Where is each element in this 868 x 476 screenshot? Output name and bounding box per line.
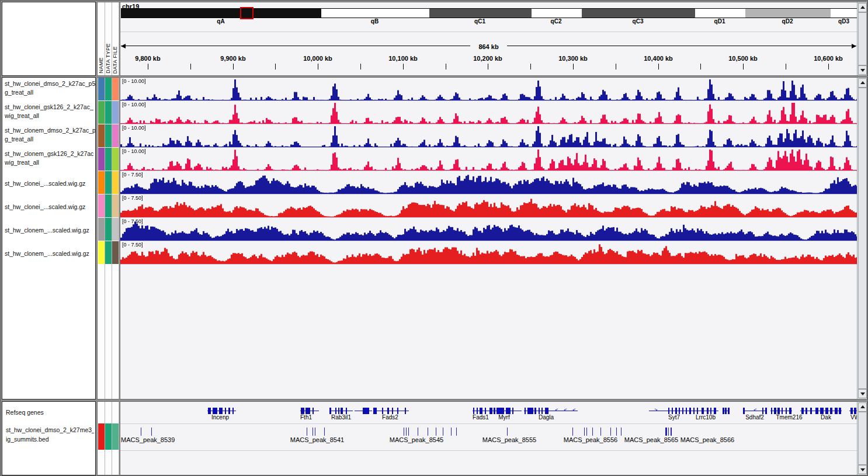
peak-tick[interactable]: [408, 428, 409, 436]
peak-tick[interactable]: [616, 428, 617, 436]
scroll-down-button[interactable]: [858, 65, 867, 75]
peak-tick[interactable]: [404, 428, 404, 436]
gene-exon[interactable]: [850, 408, 853, 414]
gene-exon[interactable]: [341, 408, 343, 414]
gene-exon[interactable]: [387, 408, 389, 414]
gene-exon[interactable]: [693, 408, 695, 414]
ideogram-band[interactable]: [745, 9, 831, 18]
attribute-swatch[interactable]: [112, 78, 119, 100]
vertical-scrollbar[interactable]: [857, 402, 867, 475]
gene-exon[interactable]: [477, 408, 478, 414]
peak-tick[interactable]: [507, 428, 508, 436]
gene-exon[interactable]: [728, 408, 730, 414]
signal-canvas[interactable]: [120, 148, 857, 171]
ideogram-band[interactable]: [532, 9, 582, 18]
peak-tick[interactable]: [600, 428, 601, 436]
gene-exon[interactable]: [363, 408, 369, 414]
attribute-swatch[interactable]: [112, 423, 119, 450]
signal-canvas[interactable]: [120, 242, 857, 264]
gene-exon[interactable]: [835, 408, 838, 414]
ideogram-band[interactable]: [429, 9, 532, 18]
gene-exon[interactable]: [710, 408, 711, 414]
signal-canvas[interactable]: [120, 125, 857, 147]
peak-tick[interactable]: [443, 428, 443, 436]
attribute-swatch[interactable]: [98, 124, 105, 147]
chromosome-ideogram[interactable]: [121, 8, 857, 18]
gene-exon[interactable]: [506, 408, 511, 414]
attribute-swatch[interactable]: [98, 241, 105, 264]
gene-exon[interactable]: [810, 408, 812, 414]
gene-exon[interactable]: [346, 408, 347, 414]
track-name[interactable]: st_hw_clonem_...scaled.wig.gz: [2, 241, 95, 265]
attribute-swatch[interactable]: [98, 423, 105, 450]
gene-exon[interactable]: [765, 408, 767, 414]
gene-exon[interactable]: [786, 408, 787, 414]
attribute-swatch[interactable]: [98, 78, 105, 100]
gene-exon[interactable]: [485, 408, 486, 414]
gene-exon[interactable]: [830, 408, 832, 414]
gene-exon[interactable]: [777, 408, 780, 414]
scrollbar-thumb[interactable]: [858, 412, 867, 465]
gene-exon[interactable]: [782, 408, 783, 414]
attribute-swatch[interactable]: [98, 148, 105, 171]
ideogram-band[interactable]: [321, 9, 429, 18]
peak-tick[interactable]: [451, 428, 452, 436]
gene-exon[interactable]: [815, 408, 818, 414]
ideogram-band[interactable]: [582, 9, 695, 18]
signal-canvas[interactable]: [120, 195, 857, 217]
gene-exon[interactable]: [397, 408, 398, 414]
vertical-scrollbar[interactable]: [857, 78, 867, 399]
gene-exon[interactable]: [679, 408, 680, 414]
gene-exon[interactable]: [382, 408, 383, 414]
gene-exon[interactable]: [534, 408, 536, 414]
view-region-box[interactable]: [240, 7, 254, 19]
gene-exon[interactable]: [743, 408, 745, 414]
attribute-swatch[interactable]: [105, 423, 112, 450]
attribute-swatch[interactable]: [105, 101, 112, 124]
attribute-swatch[interactable]: [112, 194, 119, 217]
peak-tick[interactable]: [572, 428, 573, 436]
ideogram-band[interactable]: [695, 9, 745, 18]
gene-exon[interactable]: [329, 408, 331, 414]
gene-exon[interactable]: [373, 408, 377, 414]
track-name[interactable]: st_hw_clonei_...scaled.wig.gz: [2, 171, 95, 194]
attribute-swatch[interactable]: [105, 148, 112, 171]
gene-body[interactable]: [373, 411, 409, 411]
gene-exon[interactable]: [725, 408, 727, 414]
track-name[interactable]: st_hw_clonem_dmso_2_k27ac_pg_treat_all: [2, 124, 95, 148]
scroll-down-button[interactable]: [858, 389, 867, 398]
gene-exon[interactable]: [805, 408, 807, 414]
attribute-swatch[interactable]: [112, 101, 119, 124]
peak-tick[interactable]: [406, 428, 407, 436]
peak-tick[interactable]: [610, 428, 611, 436]
attribute-swatch[interactable]: [112, 171, 119, 194]
track-name[interactable]: st_hw_clonei_...scaled.wig.gz: [2, 194, 95, 218]
gene-exon[interactable]: [707, 408, 709, 414]
track-name[interactable]: st_hw_clonem_...scaled.wig.gz: [2, 218, 95, 241]
gene-exon[interactable]: [545, 408, 548, 414]
gene-exon[interactable]: [854, 408, 856, 414]
gene-exon[interactable]: [494, 408, 495, 414]
attribute-swatch[interactable]: [98, 171, 105, 194]
macs-peaks-track[interactable]: MACS_peak_8539MACS_peak_8541MACS_peak_85…: [120, 424, 857, 451]
signal-canvas[interactable]: [120, 102, 857, 124]
peak-tick[interactable]: [428, 428, 428, 436]
attribute-swatch[interactable]: [105, 78, 112, 100]
gene-exon[interactable]: [497, 408, 504, 414]
scrollbar-thumb[interactable]: [858, 88, 867, 389]
gene-exon[interactable]: [675, 408, 677, 414]
ideogram-band[interactable]: [121, 9, 321, 18]
attribute-swatch[interactable]: [105, 218, 112, 241]
vertical-scrollbar[interactable]: [857, 2, 867, 75]
gene-exon[interactable]: [714, 408, 716, 414]
track-name[interactable]: st_hw_clonei_gsk126_2_k27ac_wig_treat_al…: [2, 101, 95, 124]
ideogram-band[interactable]: [831, 9, 858, 18]
gene-exon[interactable]: [539, 408, 540, 414]
gene-exon[interactable]: [839, 408, 841, 414]
attribute-swatch[interactable]: [112, 124, 119, 147]
gene-exon[interactable]: [686, 408, 687, 414]
track-name[interactable]: st_hw_clonei_dmso_2_k27ac_p5g_treat_all: [2, 78, 95, 101]
gene-exon[interactable]: [825, 408, 828, 414]
scroll-down-button[interactable]: [858, 465, 867, 474]
summits-track-name[interactable]: st_hw_clonei_dmso_2_k27me3_ ig_summits.b…: [6, 425, 94, 444]
